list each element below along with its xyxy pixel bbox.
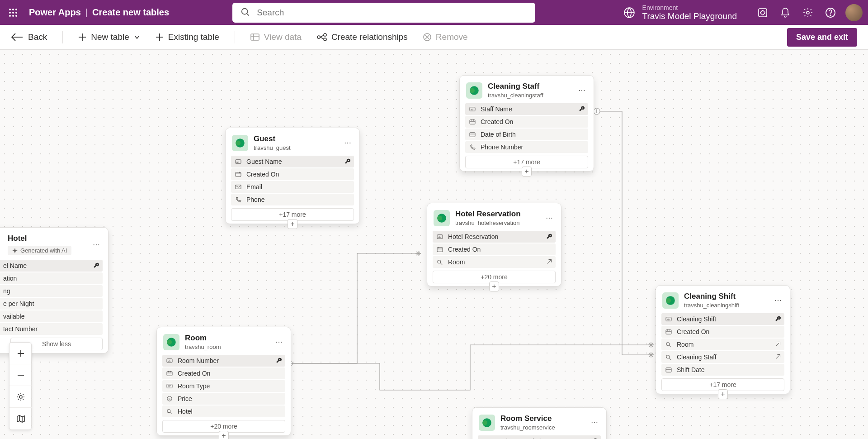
relationship-icon [775,341,781,348]
app-launcher-icon[interactable] [5,5,21,20]
field-label: Created On [448,246,481,253]
view-data-button: View data [250,32,302,42]
svg-text:1: 1 [595,109,598,114]
add-field-button[interactable]: + [489,282,499,291]
field-row[interactable]: Room [433,256,556,268]
card-menu-icon[interactable]: ⋯ [91,239,102,251]
card-title: Room [185,334,221,343]
minimap-button[interactable] [9,408,32,429]
field-row[interactable]: abHotel Reservation [433,231,556,243]
settings-icon[interactable] [797,2,818,23]
field-row[interactable]: abGuest Name [231,156,354,167]
table-card-hotel[interactable]: Hotel Generated with AI ⋯ abel Nameation… [0,227,108,353]
card-menu-icon[interactable]: ⋯ [342,137,353,149]
field-row[interactable]: Created On [661,326,784,338]
svg-rect-54 [236,172,241,177]
field-row[interactable]: ation [0,272,103,284]
view-data-label: View data [264,32,302,42]
field-row[interactable]: Phone Number [465,141,588,153]
field-row[interactable]: Created On [231,168,354,180]
field-label: Created On [178,370,210,377]
svg-text:ab: ab [667,318,670,321]
svg-point-104 [666,343,670,346]
field-type-icon [469,143,476,151]
field-row[interactable]: Email [231,181,354,193]
svg-point-117 [19,396,22,398]
table-card-cleaning-staff[interactable]: Cleaning Staff travshu_cleaningstaff ⋯ a… [459,75,594,172]
table-card-hotel-reservation[interactable]: Hotel Reservation travshu_hotelreservati… [427,203,561,286]
field-row[interactable]: Shift Date [661,364,784,376]
field-row[interactable]: tact Number [0,323,103,335]
svg-line-38 [649,353,653,357]
key-icon [276,357,282,364]
field-row[interactable]: $Price [162,393,285,405]
page-title: Create new tables [92,7,169,18]
table-card-room[interactable]: Room travshu_room ⋯ abRoom NumberCreated… [156,327,291,436]
field-list: abel Nameationnge per Nightvailabletact … [0,260,103,335]
brand-separator: | [85,7,88,18]
card-menu-icon[interactable]: ⋯ [274,336,284,348]
zoom-in-button[interactable] [9,343,32,364]
field-row[interactable]: ng [0,285,103,297]
field-row[interactable]: Phone [231,194,354,205]
field-row[interactable]: abCleaning Shift [661,313,784,325]
table-card-room-service[interactable]: Room Service travshu_roomservice ⋯ abSer… [472,407,607,439]
field-row[interactable]: Hotel [162,406,285,417]
card-menu-icon[interactable]: ⋯ [544,212,555,224]
table-card-cleaning-shift[interactable]: Cleaning Shift travshu_cleaningshift ⋯ a… [656,285,790,394]
toolbar-divider [62,31,63,43]
field-row[interactable]: e per Night [0,298,103,310]
field-list: abHotel ReservationCreated OnRoom [433,231,556,268]
field-row[interactable]: abel Name [0,260,103,272]
svg-point-77 [438,260,441,263]
key-icon [345,158,350,165]
key-icon [547,233,552,240]
field-label: Cleaning Staff [677,353,717,361]
card-menu-icon[interactable]: ⋯ [773,294,783,306]
search-input[interactable] [232,3,535,23]
field-row[interactable]: Date of Birth [465,129,588,140]
add-field-button[interactable]: + [288,219,297,229]
notifications-icon[interactable] [775,2,796,23]
avatar[interactable] [845,4,863,21]
table-card-guest[interactable]: Guest travshu_guest ⋯ abGuest NameCreate… [225,128,360,224]
create-relationships-button[interactable]: Create relationships [317,32,408,42]
add-field-button[interactable]: + [522,167,532,177]
field-row[interactable]: Created On [162,367,285,379]
help-icon[interactable] [820,2,841,23]
svg-point-27 [324,33,326,36]
field-row[interactable]: Room [661,339,784,350]
card-title: Hotel [8,234,71,243]
svg-line-105 [669,345,671,347]
card-menu-icon[interactable]: ⋯ [576,84,587,96]
fit-to-screen-button[interactable] [9,386,32,408]
field-row[interactable]: Cleaning Staff [661,351,784,363]
erd-canvas[interactable]: 1 1 Guest travshu_guest ⋯ abGuest NameCr… [0,50,868,439]
field-row[interactable]: vailable [0,310,103,322]
svg-point-15 [807,11,809,14]
field-label: el Name [3,262,27,269]
command-bar: Back New table Existing table View data … [0,25,868,50]
key-icon [579,105,585,113]
copilot-icon[interactable] [752,2,773,23]
svg-line-95 [170,412,172,414]
field-label: Created On [481,118,513,125]
field-row[interactable]: Created On [433,243,556,255]
back-button[interactable]: Back [11,32,47,42]
field-row[interactable]: abStaff Name [465,103,588,115]
field-row[interactable]: Created On [465,116,588,128]
svg-line-49 [649,343,653,347]
field-row[interactable]: Room Type [162,380,285,392]
ai-chip: Generated with AI [8,246,71,255]
field-row[interactable]: abRoom Number [162,355,285,367]
add-field-button[interactable]: + [219,431,229,439]
zoom-out-button[interactable] [9,364,32,386]
card-menu-icon[interactable]: ⋯ [589,416,600,429]
environment-picker[interactable]: Environment Travis Model Playground [623,4,737,21]
existing-table-button[interactable]: Existing table [156,32,219,42]
add-field-button[interactable]: + [718,389,728,399]
save-and-exit-button[interactable]: Save and exit [787,28,857,47]
ai-chip-label: Generated with AI [20,247,67,254]
field-row[interactable]: abService Description [478,435,601,439]
new-table-button[interactable]: New table [78,32,140,42]
